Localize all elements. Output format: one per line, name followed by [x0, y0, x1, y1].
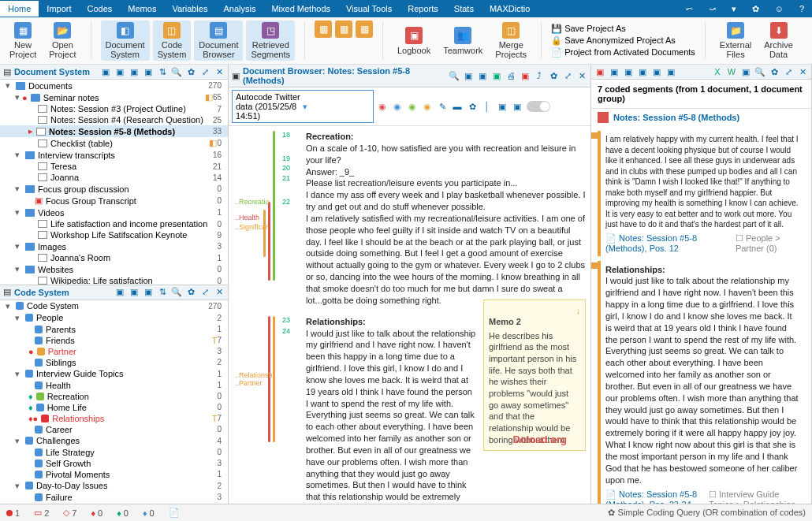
browser-title: Document Browser: Notes: Session #5-8 (M… — [243, 66, 445, 85]
menu-home[interactable]: Home — [0, 1, 39, 17]
browser-icon: ▣ — [232, 71, 240, 81]
code-tree[interactable]: ▾Code System270 ▾People2 Parents1 Friend… — [0, 300, 228, 504]
cs-t1[interactable]: ▣ — [114, 287, 125, 298]
grid1-icon[interactable]: ▦ — [315, 20, 332, 38]
retrieved-segments-button[interactable]: ◳Retrieved Segments — [246, 20, 295, 61]
open-project-button[interactable]: 📂Open Project — [44, 20, 80, 61]
rs-html-icon[interactable]: ▣ — [740, 66, 751, 77]
ac-star-icon[interactable]: ✿ — [467, 101, 478, 112]
document-content[interactable]: 18 19 20 21 22 ..Recreatio ..Health ..Si… — [229, 126, 590, 504]
menu-maxdictio[interactable]: MAXDictio — [482, 1, 538, 17]
save-anon-link[interactable]: 🔒 Save Anonymized Project As — [551, 35, 695, 46]
autocode-select[interactable]: Autocode Twitter data (2015/25/8 14:51)▾ — [232, 90, 374, 123]
cs-t4[interactable]: ⇅ — [157, 287, 168, 298]
br-t6[interactable]: ▣ — [520, 70, 531, 81]
settings-icon[interactable]: ✿ — [744, 1, 767, 17]
br-t7[interactable]: ⤴ — [534, 70, 545, 81]
menu-visual[interactable]: Visual Tools — [338, 1, 400, 17]
menu-analysis[interactable]: Analysis — [215, 1, 263, 17]
rs-t5[interactable]: ▣ — [651, 66, 662, 77]
ac-green-icon[interactable]: ◉ — [407, 101, 418, 112]
ribbon: ▦New Project 📂Open Project ◧Document Sys… — [0, 17, 812, 65]
watermark: Doload.org — [512, 434, 567, 445]
br-t2[interactable]: ▣ — [463, 70, 474, 81]
logbook-button[interactable]: ▣Logbook — [393, 20, 435, 61]
br-t5[interactable]: 🖨 — [505, 70, 516, 81]
rs-t3[interactable]: ▣ — [623, 66, 634, 77]
rs-close[interactable]: ✕ — [797, 66, 808, 77]
menu-import[interactable]: Import — [39, 1, 79, 17]
ac-papers[interactable]: ▣ — [512, 101, 523, 112]
rs-excel-icon[interactable]: X — [712, 66, 723, 77]
teamwork-button[interactable]: 👥Teamwork — [438, 20, 487, 61]
archive-button[interactable]: ⬇Archive Data — [759, 20, 798, 61]
doc-red-icon — [598, 112, 609, 123]
cs-gear[interactable]: ✿ — [185, 287, 196, 298]
cs-undock[interactable]: ⤢ — [199, 287, 210, 298]
status-doc-icon[interactable]: 📄 — [169, 508, 180, 518]
ds-tool1-icon[interactable]: ▣ — [100, 66, 111, 77]
merge-button[interactable]: ◫Merge Projects — [490, 20, 531, 61]
ac-blue-icon[interactable]: ◉ — [392, 101, 403, 112]
save-project-link[interactable]: 💾 Save Project As — [551, 24, 695, 34]
segment-1[interactable]: I am relatively happy with my current he… — [598, 131, 805, 256]
status-bar: 1 ▭2 ◇7 ♦0 ♦0 ♦0 📄 ✿ Simple Coding Query… — [0, 504, 812, 521]
rs-t2[interactable]: ▣ — [609, 66, 620, 77]
ds-tool4-icon[interactable]: ▣ — [143, 66, 154, 77]
help-icon[interactable]: ? — [792, 1, 812, 17]
external-files-button[interactable]: 📁External Files — [715, 20, 756, 61]
menu-memos[interactable]: Memos — [120, 1, 164, 17]
grid2-icon[interactable]: ▦ — [335, 20, 352, 38]
ds-undock-icon[interactable]: ⤢ — [199, 66, 210, 77]
ac-switch[interactable] — [527, 101, 550, 112]
ac-highlight-icon[interactable]: ▬ — [452, 101, 463, 112]
ds-tool2-icon[interactable]: ▣ — [114, 66, 125, 77]
ac-yellow-icon[interactable]: ◉ — [422, 101, 433, 112]
grid3-icon[interactable]: ▦ — [356, 20, 373, 38]
menu-stats[interactable]: Stats — [446, 1, 482, 17]
rs-gear[interactable]: ✿ — [769, 66, 780, 77]
br-t4[interactable]: ▣ — [491, 70, 502, 81]
br-t1[interactable]: 🔍 — [449, 70, 460, 81]
code-system-title: Code System — [14, 288, 69, 297]
br-undock[interactable]: ⤢ — [562, 70, 573, 81]
cs-t2[interactable]: ▣ — [129, 287, 140, 298]
document-browser-button[interactable]: ▤Document Browser — [194, 20, 243, 61]
cs-search[interactable]: 🔍 — [171, 287, 182, 298]
ac-red-icon[interactable]: ◉ — [377, 101, 388, 112]
segment-2[interactable]: Relationships:I would just like to talk … — [598, 261, 805, 504]
ds-search-icon[interactable]: 🔍 — [171, 66, 182, 77]
ds-close-icon[interactable]: ✕ — [214, 66, 225, 77]
rs-t4[interactable]: ▣ — [637, 66, 648, 77]
menu-reports[interactable]: Reports — [400, 1, 446, 17]
activated-link[interactable]: 📄 Project from Activated Documents — [551, 47, 695, 58]
retrieved-heading: 7 coded segments (from 1 document, 1 doc… — [591, 80, 811, 109]
undo-icon[interactable]: ⤺ — [678, 1, 701, 17]
menu-variables[interactable]: Variables — [164, 1, 215, 17]
ds-gear-icon[interactable]: ✿ — [185, 66, 196, 77]
rs-t6[interactable]: ▣ — [665, 66, 676, 77]
ac-pen-icon[interactable]: ✎ — [437, 101, 448, 112]
menu-mixed[interactable]: Mixed Methods — [263, 1, 338, 17]
rs-t1[interactable]: ▣ — [594, 66, 605, 77]
ac-sep: │ — [482, 101, 493, 112]
br-t3[interactable]: ▣ — [477, 70, 488, 81]
ds-collapse-icon[interactable]: ⇅ — [157, 66, 168, 77]
menu-codes[interactable]: Codes — [80, 1, 121, 17]
ds-tool3-icon[interactable]: ▣ — [129, 66, 140, 77]
br-close[interactable]: ✕ — [576, 70, 587, 81]
redo-icon[interactable]: ⤻ — [701, 1, 724, 17]
ac-tool[interactable]: ▣ — [497, 101, 508, 112]
new-project-button[interactable]: ▦New Project — [5, 20, 41, 61]
memo-popup[interactable]: ↓ Memo 2 He describes his girlfriend as … — [483, 300, 586, 451]
cs-close[interactable]: ✕ — [214, 287, 225, 298]
rs-undock[interactable]: ⤢ — [783, 66, 794, 77]
doc-tree[interactable]: ▾Documents270 ▾●Seminar notes◧65 Notes: … — [0, 80, 228, 285]
code-system-button[interactable]: ◫Code System — [153, 20, 192, 61]
rs-search[interactable]: 🔍 — [754, 66, 765, 77]
document-system-button[interactable]: ◧Document System — [101, 20, 150, 61]
rs-word-icon[interactable]: W — [726, 66, 737, 77]
cs-t3[interactable]: ▣ — [143, 287, 154, 298]
br-gear[interactable]: ✿ — [548, 70, 559, 81]
face-icon[interactable]: ☺ — [767, 1, 792, 17]
